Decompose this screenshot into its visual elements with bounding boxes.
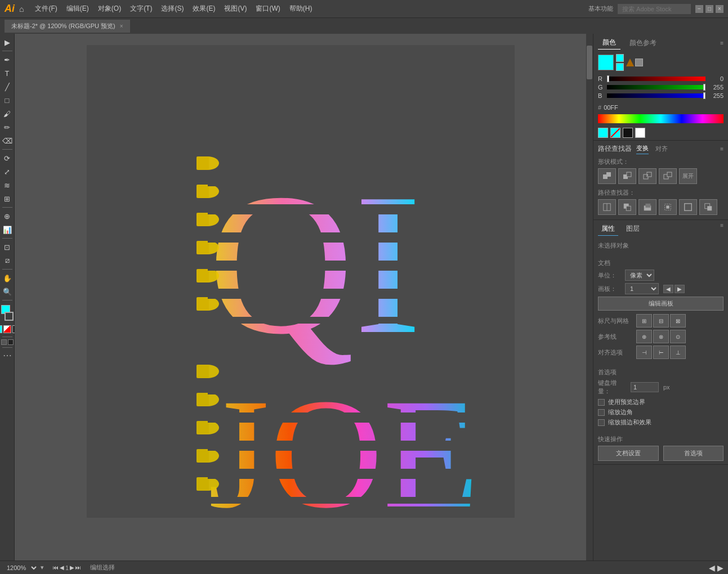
close-button[interactable]: × — [716, 5, 723, 13]
tab-close-icon[interactable]: × — [120, 23, 123, 29]
workspace-dropdown[interactable]: 基本功能 — [588, 5, 613, 13]
grid-btn-2[interactable]: ⊟ — [653, 314, 669, 328]
fill-color-box[interactable] — [5, 312, 14, 321]
pf-tab-align[interactable]: 对齐 — [655, 144, 668, 154]
crop-btn[interactable] — [659, 199, 677, 215]
page-first-btn[interactable]: ⏮ — [53, 564, 59, 571]
color-swatch-1[interactable] — [598, 55, 614, 70]
page-next-btn[interactable]: ▶ — [70, 564, 74, 571]
scale-corners-checkbox[interactable] — [598, 409, 605, 416]
normal-view-icon[interactable] — [1, 339, 7, 345]
menu-select[interactable]: 选择(S) — [157, 2, 188, 16]
expand-btn[interactable]: 展开 — [679, 168, 697, 184]
page-prev-btn[interactable]: ◀ — [60, 564, 64, 571]
color-spectrum-bar[interactable] — [598, 114, 723, 123]
menu-object[interactable]: 对象(O) — [93, 2, 126, 16]
scale-effects-checkbox[interactable] — [598, 419, 605, 426]
full-view-icon[interactable] — [8, 339, 14, 345]
grid-btn-1[interactable]: ⊞ — [636, 314, 652, 328]
align-btn-1[interactable]: ⊣ — [636, 346, 652, 359]
type-tool[interactable]: T — [1, 67, 14, 79]
trim-btn[interactable] — [618, 199, 636, 215]
rect-tool[interactable]: □ — [1, 94, 14, 106]
slice-tool[interactable]: ⧄ — [1, 254, 14, 267]
more-tools-icon[interactable]: ⋯ — [3, 350, 12, 361]
minus-front-btn[interactable] — [618, 168, 636, 184]
pen-tool[interactable]: ✒ — [1, 53, 14, 66]
menu-window[interactable]: 窗口(W) — [251, 2, 284, 16]
unit-select[interactable]: 像素 — [625, 270, 654, 281]
home-icon[interactable]: ⌂ — [19, 5, 24, 14]
tab-color[interactable]: 颜色 — [598, 36, 620, 50]
zoom-dropdown-icon[interactable]: ▾ — [41, 564, 44, 571]
symbol-spray-tool[interactable]: ⊕ — [1, 210, 14, 222]
guide-btn-1[interactable]: ⊕ — [636, 330, 652, 343]
canvas-area[interactable]: QI — [15, 34, 593, 560]
pencil-tool[interactable]: ✏ — [1, 121, 14, 133]
intersect-btn[interactable] — [638, 168, 656, 184]
document-tab[interactable]: 未标题-2* @ 1200% (RGB/GPU 预览) × — [5, 20, 130, 33]
align-btn-3[interactable]: ⊥ — [670, 346, 686, 359]
eraser-tool[interactable]: ⌫ — [1, 134, 14, 147]
color-icon[interactable] — [0, 325, 2, 333]
tab-layers[interactable]: 图层 — [623, 222, 643, 236]
red-slider-thumb[interactable] — [607, 75, 609, 82]
select-tool[interactable]: ▶ — [1, 36, 14, 48]
fg-color-box[interactable] — [616, 54, 624, 62]
extra-swatch-1[interactable] — [598, 128, 608, 138]
rotate-tool[interactable]: ⟳ — [1, 152, 14, 164]
pathfinder-menu-icon[interactable]: ≡ — [720, 146, 723, 152]
edit-artboard-button[interactable]: 编辑画板 — [598, 297, 723, 311]
zoom-tool[interactable]: 🔍 — [1, 285, 14, 298]
guide-btn-3[interactable]: ⊙ — [670, 330, 686, 343]
merge-btn[interactable] — [638, 199, 656, 215]
preferences-button[interactable]: 首选项 — [663, 446, 724, 461]
artboard-prev-btn[interactable]: ◀ — [663, 285, 673, 293]
grid-btn-3[interactable]: ⊠ — [670, 314, 686, 328]
scale-tool[interactable]: ⤢ — [1, 165, 14, 178]
menu-file[interactable]: 文件(F) — [30, 2, 61, 16]
web-safe-icon[interactable] — [635, 59, 643, 66]
minus-back-btn[interactable] — [699, 199, 717, 215]
menu-edit[interactable]: 编辑(E) — [62, 2, 93, 16]
menu-help[interactable]: 帮助(H) — [285, 2, 317, 16]
restore-button[interactable]: □ — [705, 5, 713, 13]
play-prev-btn[interactable]: ◀ — [709, 563, 715, 572]
outline-btn[interactable] — [679, 199, 697, 215]
pf-tab-transform[interactable]: 变换 — [636, 143, 649, 154]
blue-slider[interactable] — [607, 93, 705, 98]
artboard-select[interactable]: 1 — [625, 283, 659, 294]
stock-search-input[interactable] — [618, 4, 691, 14]
free-transform-tool[interactable]: ⊞ — [1, 192, 14, 205]
color-panel-menu-icon[interactable]: ≡ — [720, 40, 723, 46]
no-fill-icon[interactable] — [3, 325, 11, 333]
minimize-button[interactable]: − — [695, 5, 703, 13]
align-btn-2[interactable]: ⊢ — [653, 346, 669, 359]
menu-effect[interactable]: 效果(E) — [188, 2, 220, 16]
paintbrush-tool[interactable]: 🖌 — [1, 107, 14, 120]
warp-tool[interactable]: ≋ — [1, 179, 14, 191]
menu-type[interactable]: 文字(T) — [126, 2, 157, 16]
tab-properties[interactable]: 属性 — [598, 222, 618, 236]
properties-panel-menu[interactable]: ≡ — [720, 222, 723, 236]
guide-btn-2[interactable]: ⊗ — [653, 330, 669, 343]
bg-color-box[interactable] — [616, 63, 624, 71]
scroll-thumb[interactable] — [587, 46, 592, 79]
menu-view[interactable]: 视图(V) — [220, 2, 251, 16]
out-of-gamut-icon[interactable] — [626, 59, 634, 66]
artboard-next-btn[interactable]: ▶ — [675, 285, 685, 293]
exclude-btn[interactable] — [659, 168, 677, 184]
divide-btn[interactable] — [598, 199, 616, 215]
preview-bounds-checkbox[interactable] — [598, 399, 605, 406]
keyboard-increment-input[interactable] — [631, 382, 659, 392]
extra-swatch-2[interactable] — [610, 128, 620, 138]
zoom-select[interactable]: 1200% — [5, 564, 38, 572]
column-graph-tool[interactable]: 📊 — [1, 223, 14, 236]
blue-slider-thumb[interactable] — [703, 92, 705, 99]
page-last-btn[interactable]: ⏭ — [75, 564, 81, 571]
unite-btn[interactable] — [598, 168, 616, 184]
vertical-scrollbar[interactable] — [586, 34, 593, 560]
green-slider-thumb[interactable] — [703, 84, 705, 91]
tab-color-ref[interactable]: 颜色参考 — [625, 37, 661, 50]
hand-tool[interactable]: ✋ — [1, 272, 14, 284]
